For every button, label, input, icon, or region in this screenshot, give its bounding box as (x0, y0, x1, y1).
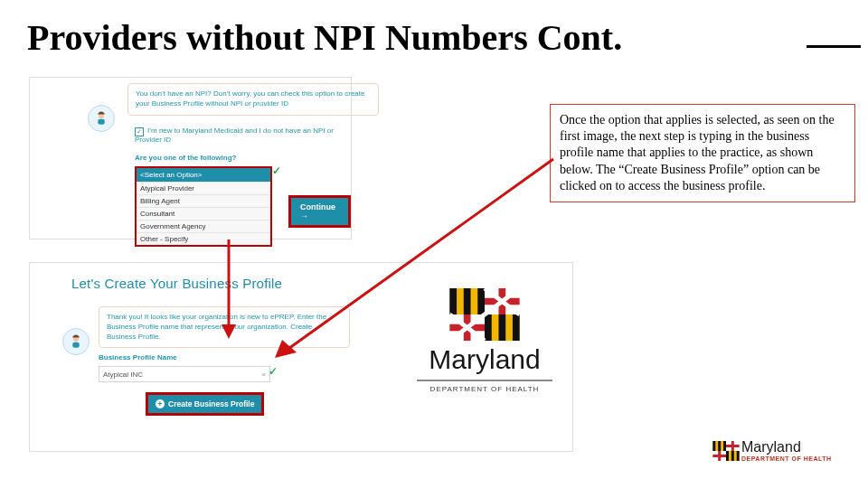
question-label: Are you one of the following? (135, 154, 236, 162)
select-option[interactable]: Billing Agent (137, 194, 270, 207)
checkbox-label: I’m new to Maryland Medicaid and I do no… (135, 127, 334, 144)
create-profile-button-highlight: + Create Business Profile (146, 392, 264, 416)
panel2-header: Let's Create Your Business Profile (71, 276, 282, 291)
checkbox-icon[interactable]: ✓ (135, 127, 144, 136)
select-option[interactable]: Government Agency (137, 220, 270, 232)
panel2-intro-bubble: Thank you! It looks like your organizati… (99, 306, 350, 348)
create-profile-label: Create Business Profile (168, 399, 254, 408)
select-option[interactable]: Consultant (137, 207, 270, 220)
select-option[interactable]: Atypical Provider (137, 182, 270, 194)
panel-create-profile: Let's Create Your Business Profile Thank… (29, 262, 573, 452)
explanation-note: Once the option that applies is selected… (550, 104, 855, 202)
logo-divider (417, 380, 552, 381)
select-placeholder[interactable]: <Select an Option> (137, 168, 270, 182)
maryland-word: Maryland (429, 344, 540, 375)
business-name-input[interactable]: Atypical INC × (99, 366, 270, 382)
svg-rect-3 (72, 343, 80, 348)
page-title: Providers without NPI Numbers Cont. (27, 16, 622, 59)
maryland-health-logo: Maryland DEPARTMENT OF HEALTH (399, 288, 571, 433)
footer-dept: DEPARTMENT OF HEALTH (741, 455, 832, 462)
business-name-label: Business Profile Name (99, 353, 177, 361)
panel-select-option: You don’t have an NPI? Don’t worry, you … (29, 77, 352, 239)
valid-check-icon: ✓ (272, 164, 281, 178)
assistant-avatar-icon (88, 105, 115, 132)
continue-button-highlight: Continue → (288, 195, 351, 228)
assistant-avatar-icon (62, 328, 90, 355)
business-name-value: Atypical INC (103, 371, 143, 379)
maryland-dept: DEPARTMENT OF HEALTH (430, 385, 540, 393)
footer-word: Maryland (741, 439, 832, 455)
maryland-flag-icon (712, 441, 740, 461)
title-rule (807, 45, 861, 48)
npi-checkbox-row[interactable]: ✓I’m new to Maryland Medicaid and I do n… (135, 127, 355, 145)
maryland-flag-icon (449, 288, 520, 341)
svg-rect-1 (98, 119, 105, 125)
intro-bubble: You don’t have an NPI? Don’t worry, you … (127, 83, 379, 116)
footer-maryland-logo: Maryland DEPARTMENT OF HEALTH (712, 439, 848, 462)
select-option[interactable]: Other - Specify (137, 232, 270, 245)
clear-input-icon[interactable]: × (261, 371, 266, 379)
valid-check-icon: ✓ (269, 365, 278, 379)
plus-icon: + (156, 399, 165, 408)
continue-button[interactable]: Continue → (291, 198, 348, 225)
create-profile-button[interactable]: + Create Business Profile (148, 395, 261, 413)
option-select[interactable]: <Select an Option> Atypical Provider Bil… (135, 166, 272, 247)
